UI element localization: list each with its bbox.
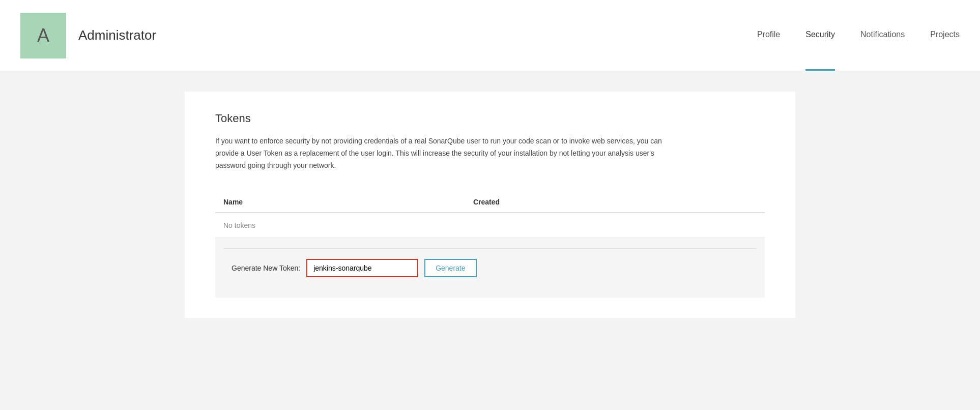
main-content: Tokens If you want to enforce security b… bbox=[185, 92, 795, 318]
tab-profile[interactable]: Profile bbox=[757, 0, 780, 71]
page-header: A Administrator Profile Security Notific… bbox=[0, 0, 980, 71]
no-tokens-text: No tokens bbox=[215, 213, 765, 238]
user-name: Administrator bbox=[78, 27, 156, 43]
tab-projects[interactable]: Projects bbox=[930, 0, 960, 71]
col-created: Created bbox=[465, 192, 765, 213]
tokens-description: If you want to enforce security by not p… bbox=[215, 135, 673, 171]
col-name: Name bbox=[215, 192, 465, 213]
nav-tabs: Profile Security Notifications Projects bbox=[757, 0, 960, 71]
no-tokens-row: No tokens bbox=[215, 213, 765, 238]
avatar-letter: A bbox=[37, 25, 49, 46]
tokens-section-title: Tokens bbox=[215, 112, 765, 125]
generate-button[interactable]: Generate bbox=[424, 259, 476, 277]
tab-notifications[interactable]: Notifications bbox=[860, 0, 905, 71]
generate-section: Generate New Token: Generate bbox=[215, 238, 765, 298]
generate-row: Generate New Token: Generate bbox=[223, 248, 757, 287]
generate-label: Generate New Token: bbox=[232, 264, 300, 272]
token-name-input[interactable] bbox=[306, 259, 418, 277]
avatar: A bbox=[20, 13, 66, 58]
tab-security[interactable]: Security bbox=[805, 0, 835, 71]
tokens-table: Name Created No tokens bbox=[215, 192, 765, 238]
